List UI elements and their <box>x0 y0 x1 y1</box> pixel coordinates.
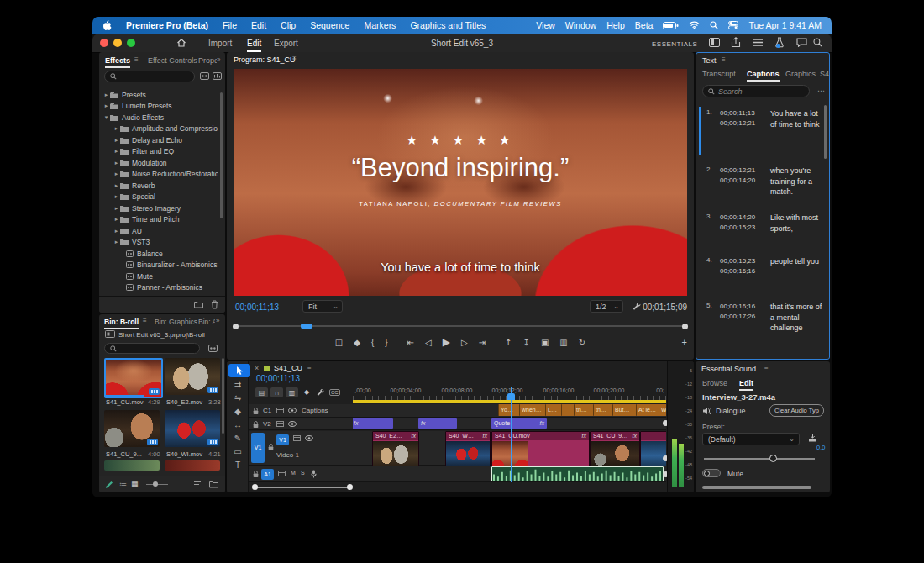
filter-bin-icon[interactable] <box>208 345 218 352</box>
captions-search-input[interactable]: Search <box>702 85 810 97</box>
tab-transcript[interactable]: Transcript <box>702 70 736 78</box>
tree-item[interactable]: ▸Reverb <box>102 180 218 192</box>
selection-tool[interactable] <box>228 364 250 377</box>
tab-overflow-icon[interactable]: » <box>217 55 220 63</box>
more-options-icon[interactable]: ⋯ <box>817 87 825 95</box>
lock-icon[interactable] <box>253 421 259 429</box>
lift-icon[interactable]: ↥ <box>505 338 512 347</box>
sequence-tab[interactable]: S41_CU <box>274 364 302 372</box>
caption-text[interactable]: people tell you <box>770 256 824 267</box>
wifi-icon[interactable] <box>689 21 700 29</box>
video-clip[interactable]: S41_CU_9…fx <box>590 431 640 466</box>
tree-item[interactable]: ▸Amplitude and Compression <box>102 124 218 135</box>
eye-icon[interactable] <box>288 421 297 427</box>
lock-icon[interactable] <box>268 444 274 451</box>
timeline-hscrollbar[interactable] <box>252 485 353 490</box>
gain-value[interactable]: 0.0 <box>816 444 825 451</box>
menu-markers[interactable]: Markers <box>364 20 396 30</box>
icon-view-icon[interactable]: ▦ <box>131 480 139 488</box>
graphic-clip-quote[interactable]: Quotefx <box>491 418 547 429</box>
video-clip-current[interactable]: S41_CU.movfx <box>491 431 590 466</box>
bin-item-thumbnail[interactable] <box>104 410 160 447</box>
tab-overflow[interactable]: S4 <box>820 70 830 78</box>
rectangle-tool[interactable]: ▭ <box>227 445 249 458</box>
lock-icon[interactable] <box>253 408 259 415</box>
bin-item-thumbnail[interactable] <box>104 358 163 398</box>
caption-end-tc[interactable]: 00;00;17;26 <box>720 312 755 322</box>
bin-item-thumbnail[interactable] <box>165 358 220 395</box>
caption-start-tc[interactable]: 00;00;12;21 <box>720 166 755 176</box>
chevron-right-icon[interactable]: ▸ <box>113 228 120 234</box>
seek-zoom-handle-right[interactable] <box>682 324 688 329</box>
hscroll-handle-left[interactable] <box>252 484 258 490</box>
tab-overflow-icon[interactable]: » <box>216 317 219 324</box>
extract-icon[interactable]: ↧ <box>522 338 529 347</box>
audio-clip[interactable] <box>491 466 664 481</box>
go-to-in-icon[interactable]: ⇤ <box>407 338 414 347</box>
mark-in-icon[interactable]: { <box>371 338 374 347</box>
graphic-clip[interactable]: fx <box>418 418 457 429</box>
chevron-right-icon[interactable]: ▸ <box>113 193 120 200</box>
panel-menu-icon[interactable]: ≡ <box>722 55 726 63</box>
play-button[interactable]: ▶ <box>443 336 450 348</box>
solo-button[interactable]: S <box>301 470 305 476</box>
comments-icon[interactable] <box>796 38 807 47</box>
essential-sound-title[interactable]: Essential Sound <box>701 365 756 373</box>
caption-text[interactable]: that it's more of a mental challenge <box>770 302 824 334</box>
menu-file[interactable]: File <box>223 20 237 30</box>
chevron-right-icon[interactable]: ▸ <box>113 137 120 144</box>
preset-dropdown[interactable]: (Default) ⌄ <box>702 433 800 445</box>
battery-icon[interactable] <box>663 22 679 29</box>
clear-audio-type-button[interactable]: Clear Audio Typ <box>769 404 824 417</box>
caption-clip[interactable]: Wh <box>659 404 666 416</box>
eye-icon[interactable] <box>305 435 313 441</box>
slider-handle[interactable] <box>769 455 777 462</box>
beta-feedback-beaker-icon[interactable] <box>774 37 785 48</box>
bin-item-thumbnail[interactable] <box>165 410 220 447</box>
tab-edit[interactable]: Edit <box>739 379 753 391</box>
slip-tool[interactable]: ↔ <box>227 418 249 431</box>
menu-graphics-titles[interactable]: Graphics and Titles <box>410 20 486 30</box>
settings-wrench-icon[interactable] <box>632 302 641 311</box>
sort-icon[interactable] <box>193 481 202 488</box>
playback-resolution-dropdown[interactable]: 1/2⌄ <box>590 300 623 313</box>
tree-item[interactable]: ▸Delay and Echo <box>102 134 218 146</box>
tree-item[interactable]: ▸Lumetri Presets <box>102 101 218 113</box>
lock-icon[interactable] <box>253 471 259 478</box>
tab-bin-broll[interactable]: Bin: B-roll <box>104 318 139 329</box>
captions-scrollbar[interactable] <box>824 105 827 159</box>
chevron-right-icon[interactable]: ▸ <box>113 125 120 132</box>
caption-clip[interactable]: L… <box>545 404 563 416</box>
linked-selection-icon[interactable]: ▥ <box>286 387 298 397</box>
type-tool[interactable]: T <box>227 458 249 471</box>
chevron-right-icon[interactable]: ▸ <box>102 103 110 109</box>
tab-bin-graphics[interactable]: Bin: Graphics <box>155 318 197 326</box>
pen-tool[interactable]: ✎ <box>227 431 249 445</box>
track-v2-label[interactable]: V2 <box>263 420 271 428</box>
caption-clip[interactable]: Yo… <box>498 404 521 416</box>
nest-icon[interactable]: ▤ <box>255 387 268 397</box>
effects-search-input[interactable] <box>104 71 195 82</box>
tree-item[interactable]: ▸Noise Reduction/Restoration <box>102 169 218 181</box>
tab-effects[interactable]: Effects <box>105 56 130 68</box>
tree-item[interactable]: Mute <box>102 271 218 282</box>
quick-export-icon[interactable] <box>731 37 741 48</box>
caption-text[interactable]: when you're training for a match. <box>770 166 824 197</box>
bin-scrollbar[interactable] <box>222 358 224 434</box>
chevron-down-icon[interactable]: ▾ <box>102 114 110 121</box>
effects-scrollbar[interactable] <box>220 92 223 218</box>
tree-item[interactable]: ▸Stereo Imagery <box>102 203 218 214</box>
tab-captions[interactable]: Captions <box>747 70 780 82</box>
video-clip[interactable]: S40_W…fx <box>445 431 491 466</box>
eye-icon[interactable] <box>288 408 297 413</box>
audio-effects-badge-icon[interactable] <box>213 72 222 80</box>
caption-clip[interactable]: th… <box>593 404 614 416</box>
list-view-icon[interactable]: ≔ <box>119 480 127 488</box>
mute-button[interactable]: M <box>291 470 296 476</box>
delete-icon[interactable] <box>211 300 218 309</box>
es-scrollbar[interactable] <box>702 486 811 489</box>
zoom-slider-handle[interactable] <box>153 481 158 487</box>
save-preset-icon[interactable] <box>808 434 817 442</box>
work-area-bar[interactable] <box>353 400 666 403</box>
menu-help[interactable]: Help <box>606 20 625 30</box>
